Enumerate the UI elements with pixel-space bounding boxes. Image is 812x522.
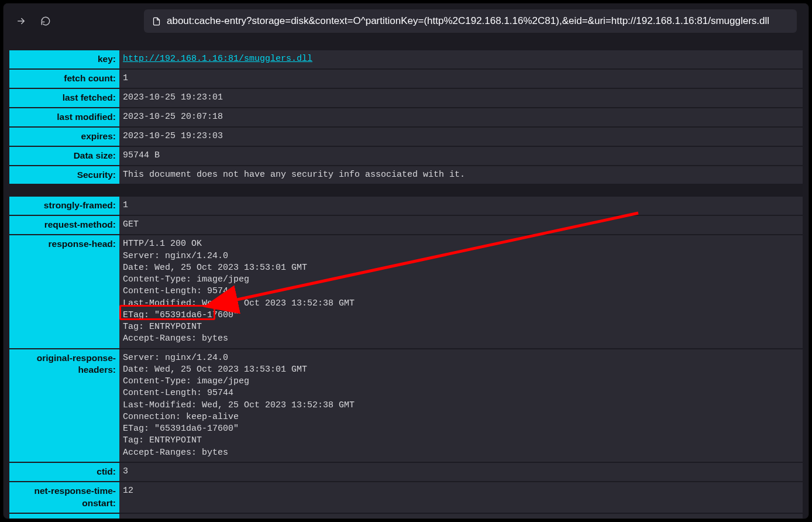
row-value: http://192.168.1.16:81/smugglers.dll [119, 50, 803, 68]
cache-table: key:http://192.168.1.16:81/smugglers.dll… [9, 49, 803, 519]
row-label: last fetched: [9, 89, 119, 107]
browser-toolbar: about:cache-entry?storage=disk&context=O… [4, 4, 808, 39]
key-link[interactable]: http://192.168.1.16:81/smugglers.dll [123, 54, 312, 64]
row-value: 2023-10-25 19:23:03 [119, 128, 803, 146]
row-label: ctid: [9, 463, 119, 481]
row-label: expires: [9, 128, 119, 146]
table-row: response-head:HTTP/1.1 200 OK Server: ng… [9, 235, 803, 348]
row-value: GET [119, 216, 803, 234]
table-row: last modified:2023-10-25 20:07:18 [9, 108, 803, 126]
row-label: fetch count: [9, 70, 119, 88]
row-label: net-response-time-onstop: [9, 514, 119, 519]
row-value: 95744 B [119, 147, 803, 165]
row-value: 1 [119, 197, 803, 215]
table-row: ctid:3 [9, 463, 803, 481]
table-row: original-response-headers:Server: nginx/… [9, 349, 803, 462]
address-bar[interactable]: about:cache-entry?storage=disk&context=O… [144, 9, 797, 33]
table-row: Security:This document does not have any… [9, 166, 803, 184]
row-value: 17 [119, 514, 803, 519]
row-label: response-head: [9, 235, 119, 348]
row-value: 3 [119, 463, 803, 481]
row-value: This document does not have any security… [119, 166, 803, 184]
reload-icon[interactable] [37, 13, 54, 29]
row-value: 1 [119, 70, 803, 88]
page-icon [152, 16, 161, 26]
row-label: strongly-framed: [9, 197, 119, 215]
row-label: Security: [9, 166, 119, 184]
table-row: Data size:95744 B [9, 147, 803, 165]
table-row: expires:2023-10-25 19:23:03 [9, 128, 803, 146]
row-label: last modified: [9, 108, 119, 126]
browser-window: about:cache-entry?storage=disk&context=O… [3, 3, 809, 519]
row-value: 12 [119, 482, 803, 513]
row-label: request-method: [9, 216, 119, 234]
forward-icon[interactable] [13, 13, 29, 29]
row-value: 2023-10-25 19:23:01 [119, 89, 803, 107]
table-row: request-method:GET [9, 216, 803, 234]
address-text: about:cache-entry?storage=disk&context=O… [167, 15, 769, 27]
row-label: Data size: [9, 147, 119, 165]
table-row: last fetched:2023-10-25 19:23:01 [9, 89, 803, 107]
row-value: HTTP/1.1 200 OK Server: nginx/1.24.0 Dat… [119, 235, 803, 348]
row-value: 2023-10-25 20:07:18 [119, 108, 803, 126]
row-label: original-response-headers: [9, 349, 119, 462]
row-label: key: [9, 50, 119, 68]
table-row: strongly-framed:1 [9, 197, 803, 215]
table-row: net-response-time-onstart:12 [9, 482, 803, 513]
table-row: net-response-time-onstop:17 [9, 514, 803, 519]
row-label: net-response-time-onstart: [9, 482, 119, 513]
page-content: key:http://192.168.1.16:81/smugglers.dll… [4, 39, 808, 519]
table-row: fetch count:1 [9, 70, 803, 88]
table-row: key:http://192.168.1.16:81/smugglers.dll [9, 50, 803, 68]
row-value: Server: nginx/1.24.0 Date: Wed, 25 Oct 2… [119, 349, 803, 462]
